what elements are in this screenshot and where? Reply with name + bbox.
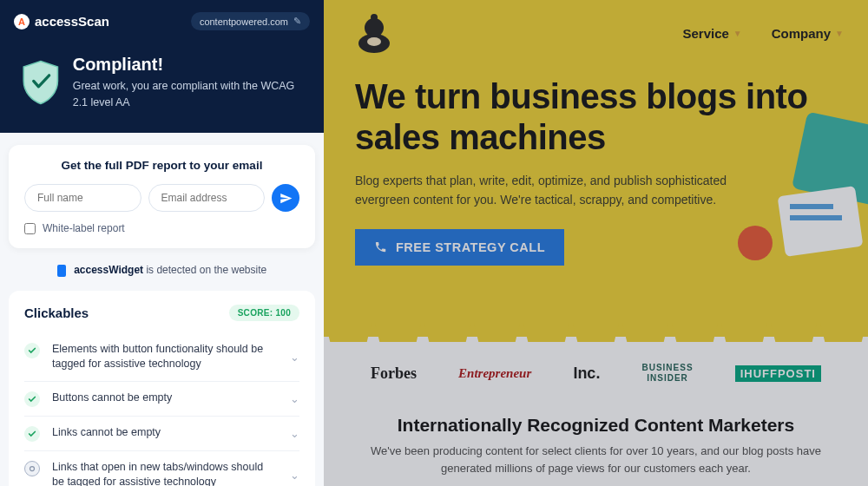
torn-edge [324, 323, 868, 342]
check-list: Elements with button functionality shoul… [24, 333, 299, 486]
logo-inc: Inc. [573, 364, 600, 383]
report-title: Get the full PDF report to your email [24, 159, 299, 172]
svg-rect-6 [778, 186, 864, 257]
svg-point-2 [365, 18, 384, 37]
brand: A accessScan [14, 14, 109, 30]
site-nav: Service▼ Company▼ [355, 12, 844, 54]
report-form [24, 184, 299, 212]
phone-icon [374, 240, 387, 253]
mascot-logo-icon [355, 12, 393, 54]
compliant-title: Compliant! [73, 55, 303, 75]
section-title: Clickables [24, 305, 89, 320]
report-card: Get the full PDF report to your email Wh… [9, 145, 315, 248]
check-text: Buttons cannot be empty [52, 391, 278, 406]
cta-label: FREE STRATEGY CALL [396, 240, 545, 254]
whitelabel-label: White-label report [43, 222, 125, 234]
section-head: Clickables SCORE: 100 [24, 305, 299, 321]
whitelabel-checkbox[interactable] [24, 223, 36, 234]
send-report-button[interactable] [272, 184, 299, 212]
below-hero: Forbes Entrepreneur Inc. BUSINESSINSIDER… [324, 337, 868, 476]
detection-banner: accessWidget is detected on the website [0, 257, 324, 291]
score-badge: SCORE: 100 [229, 305, 299, 321]
scanned-domain: contentpowered.com [200, 16, 288, 27]
chevron-down-icon: ▼ [835, 29, 844, 38]
check-item[interactable]: Links cannot be empty⌄ [24, 416, 299, 450]
website-preview: Service▼ Company▼ We turn business blogs… [324, 0, 868, 486]
check-info-icon [24, 461, 40, 476]
chevron-down-icon: ⌄ [290, 469, 299, 482]
logo-forbes: Forbes [371, 364, 417, 383]
check-pass-icon [24, 343, 40, 358]
check-pass-icon [24, 426, 40, 442]
check-text: Links cannot be empty [52, 425, 278, 441]
check-item[interactable]: Buttons cannot be empty⌄ [24, 381, 299, 416]
edit-icon[interactable]: ✎ [293, 16, 301, 27]
logo-business-insider: BUSINESSINSIDER [641, 363, 693, 384]
accessscan-sidebar: A accessScan contentpowered.com ✎ Compli… [0, 0, 324, 486]
svg-point-3 [371, 14, 378, 21]
check-item[interactable]: Links that open in new tabs/windows shou… [24, 450, 299, 486]
domain-pill[interactable]: contentpowered.com ✎ [191, 12, 310, 30]
brand-logo-icon: A [14, 14, 30, 30]
cta-button[interactable]: FREE STRATEGY CALL [355, 229, 564, 266]
chevron-down-icon: ⌄ [290, 392, 299, 405]
clickables-section: Clickables SCORE: 100 Elements with butt… [9, 291, 315, 486]
hero-section: Service▼ Company▼ We turn business blogs… [324, 0, 868, 337]
brand-row: A accessScan contentpowered.com ✎ [14, 12, 310, 30]
widget-icon [57, 265, 66, 277]
svg-point-4 [367, 37, 381, 46]
chevron-down-icon: ⌄ [290, 427, 299, 440]
detection-name: accessWidget [74, 264, 143, 276]
logo-entrepreneur: Entrepreneur [458, 366, 531, 381]
brand-name: accessScan [35, 14, 109, 29]
compliant-message: Great work, you are compliant with the W… [73, 78, 303, 109]
fullname-input[interactable] [24, 184, 141, 212]
nav-links: Service▼ Company▼ [682, 26, 844, 41]
recognition-section: Internationally Recognized Content Marke… [345, 415, 847, 476]
recognition-title: Internationally Recognized Content Marke… [345, 415, 847, 436]
recognition-body: We've been producing content for select … [345, 443, 847, 476]
hero-illustration [729, 87, 868, 278]
paper-plane-icon [279, 192, 293, 205]
svg-rect-8 [790, 215, 842, 220]
check-text: Elements with button functionality shoul… [52, 342, 278, 372]
check-item[interactable]: Elements with button functionality shoul… [24, 333, 299, 381]
nav-company[interactable]: Company▼ [772, 26, 844, 41]
hero-sub: Blog experts that plan, write, edit, opt… [355, 172, 728, 209]
svg-point-0 [30, 466, 35, 470]
check-pass-icon [24, 391, 40, 407]
detection-suffix: is detected on the website [143, 264, 266, 276]
shield-icon [21, 55, 61, 110]
compliant-block: Compliant! Great work, you are compliant… [14, 55, 310, 110]
sidebar-header: A accessScan contentpowered.com ✎ Compli… [0, 0, 324, 133]
nav-service[interactable]: Service▼ [682, 26, 741, 41]
chevron-down-icon: ⌄ [290, 351, 299, 364]
email-input[interactable] [148, 184, 266, 212]
chevron-down-icon: ▼ [733, 29, 742, 38]
svg-point-9 [738, 226, 773, 260]
check-text: Links that open in new tabs/windows shou… [52, 460, 278, 486]
svg-rect-7 [790, 204, 833, 209]
press-logos: Forbes Entrepreneur Inc. BUSINESSINSIDER… [345, 363, 847, 384]
whitelabel-checkbox-row[interactable]: White-label report [24, 222, 299, 234]
logo-huffpost: IHUFFPOSTI [735, 365, 821, 382]
compliant-text: Compliant! Great work, you are compliant… [73, 55, 303, 109]
